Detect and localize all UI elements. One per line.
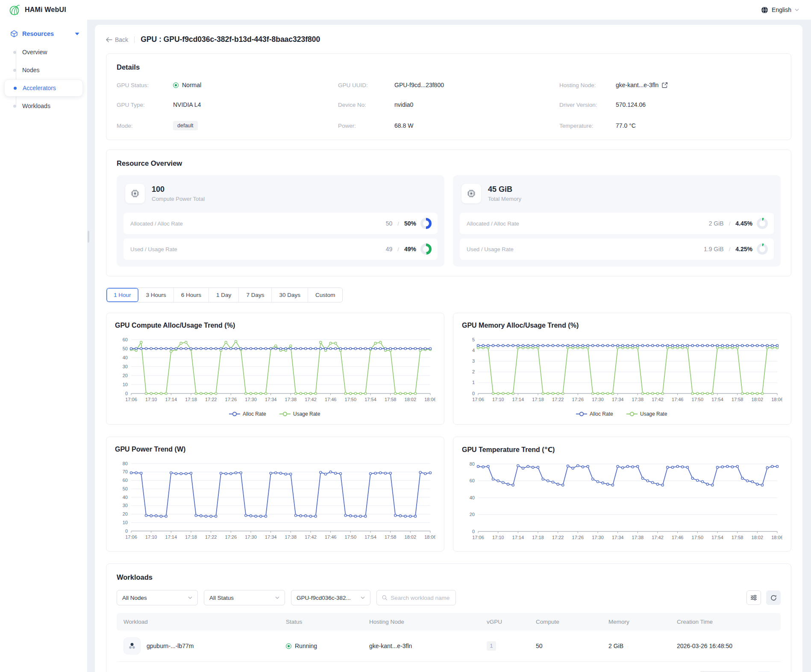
normal-status-icon <box>173 82 179 88</box>
row-percent: 4.45% <box>735 220 752 227</box>
workload-created: 2026-03-26 16:48:50 <box>677 643 774 649</box>
workload-search[interactable] <box>376 590 456 605</box>
column-settings-icon <box>750 595 757 601</box>
time-range-6hours[interactable]: 6 Hours <box>174 288 209 302</box>
workload-search-input[interactable] <box>391 595 450 601</box>
svg-text:17:26: 17:26 <box>225 397 237 402</box>
sidebar-item-label: Accelerators <box>23 85 56 91</box>
power-trend-chart: 0102030405060708017:0617:1017:1417:1817:… <box>115 459 435 546</box>
sidebar-section-resources[interactable]: Resources <box>4 26 83 42</box>
column-settings-button[interactable] <box>746 590 761 605</box>
chart-title: GPU Power Trend (W) <box>115 446 435 453</box>
time-range-30days[interactable]: 30 Days <box>272 288 308 302</box>
details-title: Details <box>117 63 781 71</box>
svg-text:60: 60 <box>123 478 128 483</box>
svg-text:17:18: 17:18 <box>532 535 544 540</box>
back-button[interactable]: Back <box>106 36 128 43</box>
svg-text:17:30: 17:30 <box>245 397 257 402</box>
alloc-donut-indicator <box>757 218 768 229</box>
col-compute: Compute <box>536 619 608 625</box>
sidebar-item-accelerators[interactable]: Accelerators <box>4 79 83 97</box>
svg-text:17:58: 17:58 <box>385 397 397 402</box>
vgpu-badge: 1 <box>487 641 496 651</box>
workloads-panel: Workloads All Nodes All Status GPU-f9cd0… <box>106 563 791 672</box>
svg-text:17:46: 17:46 <box>325 534 337 540</box>
col-workload: Workload <box>123 619 286 625</box>
field-value: nvidia0 <box>394 101 413 108</box>
brand: HAMi WebUI <box>9 4 66 16</box>
language-selector[interactable]: English <box>761 6 799 14</box>
row-percent: 49% <box>404 246 416 252</box>
svg-text:17:34: 17:34 <box>612 397 624 402</box>
sidebar-item-workloads[interactable]: Workloads <box>4 97 83 114</box>
time-range-3hours[interactable]: 3 Hours <box>139 288 174 302</box>
svg-text:17:50: 17:50 <box>345 397 357 402</box>
nodes-filter-select[interactable]: All Nodes <box>117 590 198 605</box>
row-label: Used / Usage Rate <box>467 246 514 252</box>
workload-avatar <box>123 637 141 654</box>
sidebar-item-label: Workloads <box>22 103 50 109</box>
svg-text:17:46: 17:46 <box>672 535 684 540</box>
svg-text:5: 5 <box>472 337 475 342</box>
svg-text:40: 40 <box>123 495 128 500</box>
svg-text:60: 60 <box>123 337 128 342</box>
svg-text:70: 70 <box>123 469 128 474</box>
panel-resize-handle[interactable] <box>88 231 89 243</box>
row-value: 1.9 GiB <box>704 246 724 252</box>
svg-text:4: 4 <box>472 348 475 353</box>
workload-name[interactable]: gpuburn-...-lb77m <box>147 643 194 649</box>
status-filter-select[interactable]: All Status <box>204 590 285 605</box>
svg-text:17:54: 17:54 <box>364 534 376 540</box>
chevron-down-icon <box>361 596 365 599</box>
page-header: Back GPU : GPU-f9cd036c-382f-b13d-443f-8… <box>106 35 791 44</box>
field-label: GPU Status: <box>117 82 173 88</box>
external-link-icon[interactable] <box>662 82 668 88</box>
table-row[interactable]: gpuburn-...-lb77m Running gke-kant...e-3… <box>117 631 781 662</box>
svg-text:17:14: 17:14 <box>512 535 524 540</box>
refresh-button[interactable] <box>766 590 781 605</box>
sidebar-item-overview[interactable]: Overview <box>4 44 83 61</box>
row-label: Used / Usage Rate <box>130 246 177 252</box>
slash: / <box>728 246 732 252</box>
svg-text:10: 10 <box>123 520 128 525</box>
time-range-1hour[interactable]: 1 Hour <box>106 288 139 302</box>
field-device-no: Device No: nvidia0 <box>338 101 559 108</box>
svg-text:17:18: 17:18 <box>185 534 197 540</box>
svg-text:17:42: 17:42 <box>305 534 317 540</box>
back-label: Back <box>115 36 128 43</box>
field-value: GPU-f9cd...23f800 <box>394 82 444 88</box>
field-value: gke-kant...e-3fln <box>616 82 658 88</box>
time-range-custom[interactable]: Custom <box>308 288 343 302</box>
gpu-filter-select[interactable]: GPU-f9cd036c-382... <box>291 590 370 605</box>
svg-text:0: 0 <box>472 529 475 534</box>
sidebar-item-nodes[interactable]: Nodes <box>4 62 83 79</box>
time-range-1day[interactable]: 1 Day <box>209 288 239 302</box>
power-trend-card: GPU Power Trend (W) 0102030405060708017:… <box>106 437 444 552</box>
workload-compute: 50 <box>536 643 608 649</box>
row-value: 2 GiB <box>709 220 724 227</box>
sidebar-item-label: Overview <box>22 49 47 56</box>
field-value: 570.124.06 <box>616 101 646 108</box>
svg-text:17:54: 17:54 <box>711 535 723 540</box>
svg-text:Alloc Rate: Alloc Rate <box>243 411 266 417</box>
compute-overview-card: 100 Compute Power Total Allocated / Allo… <box>117 175 444 267</box>
svg-text:17:34: 17:34 <box>612 535 624 540</box>
field-mode: Mode: default <box>117 121 338 130</box>
svg-text:17:14: 17:14 <box>165 397 177 402</box>
svg-text:17:22: 17:22 <box>552 397 564 402</box>
svg-text:20: 20 <box>470 512 475 517</box>
time-range-group: 1 Hour 3 Hours 6 Hours 1 Day 7 Days 30 D… <box>106 288 343 302</box>
time-range-7days[interactable]: 7 Days <box>239 288 272 302</box>
svg-text:18:02: 18:02 <box>405 397 417 402</box>
col-creation-time: Creation Time <box>677 619 774 625</box>
svg-text:40: 40 <box>470 495 475 500</box>
svg-text:18:06: 18:06 <box>771 397 782 402</box>
svg-text:17:50: 17:50 <box>692 535 704 540</box>
svg-text:18:06: 18:06 <box>424 534 435 540</box>
memory-trend-card: GPU Memory Alloc/Usage Trend (%) 0123451… <box>453 313 791 425</box>
svg-text:17:10: 17:10 <box>145 534 157 540</box>
resource-overview-panel: Resource Overview <box>106 150 791 276</box>
workloads-table: Workload Status Hosting Node vGPU Comput… <box>117 613 781 662</box>
field-hosting-node: Hosting Node: gke-kant...e-3fln <box>559 82 781 88</box>
field-label: Mode: <box>117 123 173 129</box>
